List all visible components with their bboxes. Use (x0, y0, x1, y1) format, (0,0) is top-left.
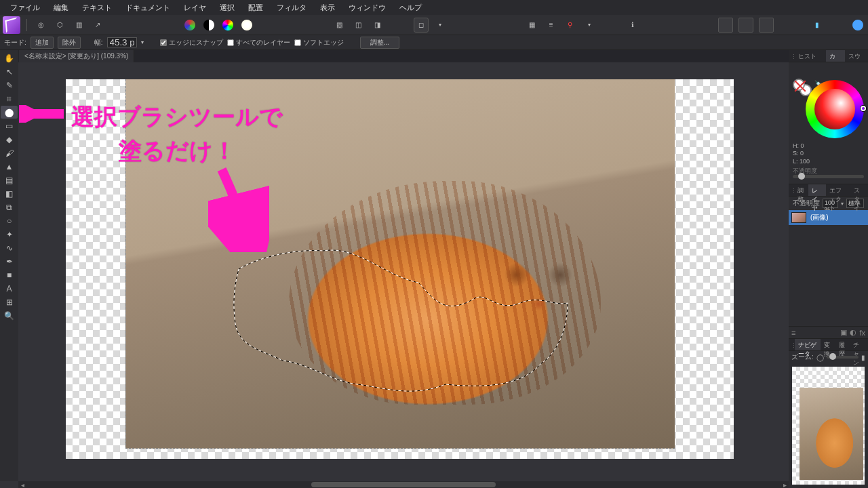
menubar: ファイル 編集 テキスト ドキュメント レイヤ 選択 配置 フィルタ 表示 ウィ… (0, 0, 868, 15)
selection-brush-tool[interactable]: ⬤ (1, 106, 18, 119)
persona-liquify-icon[interactable]: ⬡ (52, 18, 67, 33)
snap-edges-checkbox[interactable]: エッジにスナップ (160, 38, 223, 47)
auto-levels-icon[interactable] (182, 18, 197, 33)
marquee-tool[interactable]: ▭ (1, 119, 18, 132)
dodge-tool[interactable]: ○ (1, 214, 18, 227)
toolbox: ✋↖✎⌗⬤▭◆🖌▲▤◧⧉○✦∿✒■A⊞🔍 (0, 50, 18, 481)
refine-button[interactable]: 調整... (360, 37, 399, 49)
account-icon[interactable] (850, 18, 865, 33)
fill-tool[interactable]: ▲ (1, 160, 18, 173)
auto-colors-icon[interactable] (220, 18, 235, 33)
menu-document[interactable]: ドキュメント (119, 0, 176, 16)
pen-tool[interactable]: ✒ (1, 255, 18, 268)
hand-tool[interactable]: ✋ (1, 52, 18, 64)
paint-brush-tool[interactable]: 🖌 (1, 146, 18, 159)
color-picker-tool[interactable]: ✎ (1, 79, 18, 92)
text-tool[interactable]: A (1, 282, 18, 295)
color-opacity-slider[interactable] (793, 175, 864, 178)
navigator-thumbnail[interactable] (792, 367, 865, 485)
shape-tool[interactable]: ■ (1, 268, 18, 281)
auto-wb-icon[interactable] (239, 18, 254, 33)
tab-styles[interactable]: スタイ (850, 184, 868, 196)
tab-transform[interactable]: 変換 (821, 339, 835, 350)
crop-tool[interactable]: ⌗ (1, 92, 18, 105)
menu-layer[interactable]: レイヤ (178, 0, 212, 16)
menu-filter[interactable]: フィルタ (271, 0, 313, 16)
selection-rect-icon[interactable]: ▧ (332, 18, 347, 33)
fx-icon[interactable]: fx (859, 329, 865, 337)
flood-select-tool[interactable]: ◆ (1, 133, 18, 146)
menu-select[interactable]: 選択 (214, 0, 241, 16)
selection-lasso-icon[interactable]: ◫ (351, 18, 366, 33)
annotation-line2: 塗るだけ！ (119, 136, 236, 167)
menu-text[interactable]: テキスト (76, 0, 118, 16)
panel-grip-icon[interactable]: ⋮⋮ (791, 54, 803, 60)
scrollbar-thumb[interactable] (311, 482, 496, 487)
foreground-swatch[interactable] (793, 79, 805, 91)
menu-window[interactable]: ウィンドウ (342, 0, 392, 16)
mode-label: モード: (4, 38, 26, 47)
zoom-out-icon[interactable]: ◯ (816, 354, 824, 361)
menu-edit[interactable]: 編集 (47, 0, 75, 16)
mask-icon[interactable]: ▣ (840, 328, 847, 337)
move-tool[interactable]: ↖ (1, 65, 18, 78)
crop-mode-icon[interactable]: ◻ (414, 18, 429, 33)
tab-layers[interactable]: レイヤ (808, 184, 826, 196)
sat-lum-handle[interactable] (821, 95, 826, 100)
snapping-chevron-icon[interactable]: ▾ (582, 18, 597, 33)
scroll-right-icon[interactable]: ▸ (781, 481, 789, 488)
hue-handle[interactable] (861, 106, 866, 111)
align-right-button[interactable] (759, 18, 774, 33)
arrange-grid-icon[interactable]: ▦ (525, 18, 540, 33)
crop-mode-chevron-icon[interactable]: ▾ (433, 18, 448, 33)
zoom-tool[interactable]: 🔍 (1, 309, 18, 322)
mode-add-button[interactable]: 追加 (31, 37, 54, 49)
menu-arrange[interactable]: 配置 (242, 0, 269, 16)
menu-help[interactable]: ヘルプ (393, 0, 428, 16)
panel-grip-icon[interactable]: ⋮⋮ (791, 342, 803, 349)
zoom-in-icon[interactable]: ▮ (861, 354, 865, 361)
layer-menu-icon[interactable]: ≡ (791, 329, 795, 337)
panel-grip-icon[interactable]: ⋮⋮ (791, 188, 803, 195)
persona-export-icon[interactable]: ↗ (90, 18, 105, 33)
align-left-button[interactable] (718, 18, 733, 33)
persona-develop-icon[interactable]: ▥ (71, 18, 86, 33)
smudge-tool[interactable]: ∿ (1, 241, 18, 254)
width-chevron-icon[interactable]: ▾ (141, 39, 144, 45)
tab-effects[interactable]: エフェクト (826, 184, 850, 196)
color-panel: 💉 H: 0S: 0L: 100 不透明度 (789, 62, 868, 184)
foreground-background-swatch[interactable] (793, 79, 812, 96)
tab-channels[interactable]: チャン (850, 339, 868, 350)
inpaint-tool[interactable]: ✦ (1, 228, 18, 241)
tab-color[interactable]: カラー (826, 50, 845, 62)
tab-history[interactable]: 履歴 (835, 339, 850, 350)
scroll-left-icon[interactable]: ◂ (18, 481, 26, 488)
align-center-button[interactable] (738, 18, 753, 33)
gradient-tool[interactable]: ▤ (1, 174, 18, 186)
mesh-tool[interactable]: ⊞ (1, 296, 18, 308)
mode-subtract-button[interactable]: 除外 (58, 37, 81, 49)
canvas-workarea[interactable]: 選択ブラシツールで 塗るだけ！ (18, 62, 789, 481)
clone-tool[interactable]: ⧉ (1, 201, 18, 214)
brush-width-input[interactable] (107, 37, 137, 47)
document-tab[interactable]: <名称未設定> [変更あり] (109.3%) (19, 50, 134, 62)
arrange-guides-icon[interactable]: ≡ (544, 18, 559, 33)
persona-photo-icon[interactable]: ◎ (33, 18, 48, 33)
layer-thumbnail (791, 212, 806, 223)
horizontal-scrollbar[interactable]: ◂ ▸ (18, 481, 789, 488)
soft-edge-checkbox[interactable]: ソフトエッジ (294, 38, 344, 47)
quick-mask-icon[interactable]: ◨ (370, 18, 385, 33)
all-layers-checkbox[interactable]: すべてのレイヤー (227, 38, 290, 47)
auto-contrast-icon[interactable] (201, 18, 216, 33)
menu-view[interactable]: 表示 (314, 0, 341, 16)
erase-tool[interactable]: ◧ (1, 187, 18, 200)
snapping-icon[interactable]: ⚲ (563, 18, 578, 33)
color-wheel[interactable] (806, 80, 864, 138)
tab-swatches[interactable]: スウォッ (845, 50, 868, 62)
zoom-slider[interactable] (827, 356, 859, 359)
adjustment-icon[interactable]: ◐ (850, 328, 856, 337)
studio-toggle-icon[interactable]: ▮ (810, 18, 825, 33)
assistant-icon[interactable]: ℹ (625, 18, 640, 33)
navigator-panel-tabs: ⋮⋮ ナビゲータ 変換 履歴 チャン (789, 339, 868, 351)
menu-file[interactable]: ファイル (4, 0, 46, 16)
